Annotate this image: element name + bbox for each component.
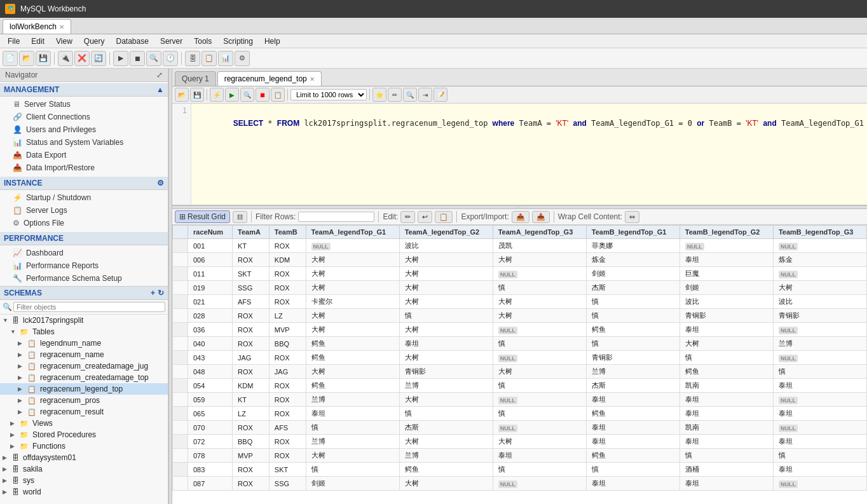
cell-racenum[interactable]: 021 [188,295,233,309]
cell-teamb[interactable]: ROX [269,449,306,463]
cell-teama[interactable]: JAG [233,351,270,365]
table-row[interactable]: 072 BBQ ROX 兰博 大树 大树 泰坦 泰坦 泰坦 [173,435,867,449]
cell-b-g1[interactable]: 炼金 [586,253,679,267]
limit-rows-select[interactable]: Limit to 1000 rows [290,89,367,100]
cell-b-g1[interactable]: 泰坦 [586,477,679,491]
cell-b-g3[interactable]: NULL [773,267,866,281]
open-query-btn[interactable]: 📂 [175,88,189,102]
cell-b-g3[interactable]: NULL [773,393,866,407]
cell-b-g2[interactable]: 大树 [679,337,773,351]
cell-teamb[interactable]: ROX [269,407,306,421]
table-row[interactable]: 065 LZ ROX 泰坦 慎 慎 鳄鱼 泰坦 泰坦 [173,407,867,421]
cell-a-g3[interactable]: 慎 [493,379,586,393]
cell-a-g3[interactable]: 慎 [493,407,586,421]
cell-a-g3[interactable]: NULL [493,477,586,491]
cell-b-g1[interactable]: 鳄鱼 [586,323,679,337]
tree-item-Views[interactable]: ▶📁Views [0,418,168,429]
tree-item-Tables[interactable]: ▼📁Tables [0,326,168,337]
cell-b-g1[interactable]: 慎 [586,463,679,477]
cell-b-g1[interactable]: 慎 [586,337,679,351]
cell-a-g2[interactable]: 兰博 [399,449,493,463]
cell-teamb[interactable]: KDM [269,253,306,267]
cell-a-g3[interactable]: NULL [493,267,586,281]
cell-a-g2[interactable]: 大树 [399,351,493,365]
search-btn[interactable]: 🔍 [403,88,417,102]
wrap-btn[interactable]: ⇔ [625,211,639,223]
cell-b-g3[interactable]: 炼金 [773,253,866,267]
indent-btn[interactable]: ⇥ [418,88,432,102]
cell-a-g3[interactable]: 茂凯 [493,239,586,253]
cell-b-g2[interactable]: 泰坦 [679,435,773,449]
filter-rows-input[interactable] [298,212,374,222]
cell-a-g1[interactable]: 大树 [306,323,399,337]
cell-b-g3[interactable]: NULL [773,477,866,491]
table-row[interactable]: 043 JAG ROX 鳄鱼 大树 NULL 青铜影 慎 NULL [173,351,867,365]
cell-teama[interactable]: MVP [233,449,270,463]
cell-a-g3[interactable]: 泰坦 [493,449,586,463]
cell-a-g2[interactable]: 兰博 [399,379,493,393]
cell-b-g2[interactable]: 波比 [679,295,773,309]
cell-a-g3[interactable]: NULL [493,421,586,435]
col-header-b-g3[interactable]: TeamB_legendTop_G3 [773,226,866,239]
cell-racenum[interactable]: 087 [188,477,233,491]
cell-a-g3[interactable]: 大树 [493,365,586,379]
menu-tools[interactable]: Tools [189,36,217,47]
cell-teama[interactable]: BBQ [233,435,270,449]
cell-teamb[interactable]: ROX [269,379,306,393]
table-row[interactable]: 083 ROX SKT 慎 鳄鱼 慎 慎 酒桶 泰坦 [173,463,867,477]
result-form-btn[interactable]: ⊟ [233,211,247,223]
nav-dashboard[interactable]: 📈 Dashboard [0,247,168,259]
settings-btn[interactable]: ⚙ [235,51,250,66]
col-header-b-g1[interactable]: TeamB_legendTop_G1 [586,226,679,239]
cell-teama[interactable]: SKT [233,267,270,281]
nav-data-export[interactable]: 📤 Data Export [0,149,168,161]
cell-a-g3[interactable]: 大树 [493,435,586,449]
tree-item-regracenum_createdamage_jug[interactable]: ▶📋regracenum_createdamage_jug [0,360,168,372]
cell-teama[interactable]: ROX [233,421,270,435]
cell-b-g3[interactable]: 慎 [773,365,866,379]
cell-b-g3[interactable]: 波比 [773,295,866,309]
cell-a-g1[interactable]: 慎 [306,463,399,477]
cell-b-g1[interactable]: 杰斯 [586,281,679,295]
table-row[interactable]: 011 SKT ROX 大树 大树 NULL 剑姬 巨魔 NULL [173,267,867,281]
tree-item-Functions[interactable]: ▶📁Functions [0,440,168,452]
cell-b-g1[interactable]: 泰坦 [586,435,679,449]
edit-revert-btn[interactable]: ↩ [418,211,432,223]
cell-racenum[interactable]: 001 [188,239,233,253]
cell-b-g2[interactable]: 凯南 [679,379,773,393]
cell-a-g1[interactable]: 兰博 [306,393,399,407]
nav-users-privileges[interactable]: 👤 Users and Privileges [0,123,168,136]
cell-a-g1[interactable]: 剑姬 [306,477,399,491]
menu-file[interactable]: File [3,36,25,47]
cell-b-g3[interactable]: 大树 [773,281,866,295]
cell-b-g2[interactable]: 凯南 [679,421,773,435]
nav-performance-reports[interactable]: 📊 Performance Reports [0,259,168,272]
connect-btn[interactable]: 🔌 [58,51,73,66]
cell-a-g2[interactable]: 慎 [399,407,493,421]
cell-a-g2[interactable]: 慎 [399,309,493,323]
col-header-teamb[interactable]: TeamB [269,226,306,239]
tree-item-legendnum_name[interactable]: ▶📋legendnum_name [0,337,168,349]
table-row[interactable]: 054 KDM ROX 鳄鱼 兰博 慎 杰斯 凯南 泰坦 [173,379,867,393]
schema-btn[interactable]: 🗄 [185,51,200,66]
cell-b-g1[interactable]: 菲奥娜 [586,239,679,253]
run-btn[interactable]: ▶ [113,51,128,66]
cell-teamb[interactable]: AFS [269,421,306,435]
table-row[interactable]: 021 AFS ROX 卡蜜尔 大树 大树 慎 波比 波比 [173,295,867,309]
result-grid-btn[interactable]: ⊞ Result Grid [175,210,230,223]
cell-a-g1[interactable]: 鳄鱼 [306,337,399,351]
table-row[interactable]: 040 ROX BBQ 鳄鱼 泰坦 慎 慎 大树 兰博 [173,337,867,351]
menu-query[interactable]: Query [79,36,110,47]
table-row[interactable]: 036 ROX MVP 大树 大树 NULL 鳄鱼 泰坦 NULL [173,323,867,337]
history-btn[interactable]: 🕐 [163,51,178,66]
nav-server-status[interactable]: 🖥 Server Status [0,98,168,111]
nav-options-file[interactable]: ⚙ Options File [0,217,168,229]
cell-teama[interactable]: ROX [233,253,270,267]
tree-item-regracenum_createdamage_top[interactable]: ▶📋regracenum_createdamage_top [0,372,168,383]
cell-a-g3[interactable]: NULL [493,393,586,407]
col-header-teama[interactable]: TeamA [233,226,270,239]
cell-a-g2[interactable]: 大树 [399,281,493,295]
bookmark-btn[interactable]: ⭐ [372,88,386,102]
table-row[interactable]: 059 KT ROX 兰博 大树 NULL 泰坦 泰坦 NULL [173,393,867,407]
context-btn[interactable]: 📝 [434,88,447,102]
